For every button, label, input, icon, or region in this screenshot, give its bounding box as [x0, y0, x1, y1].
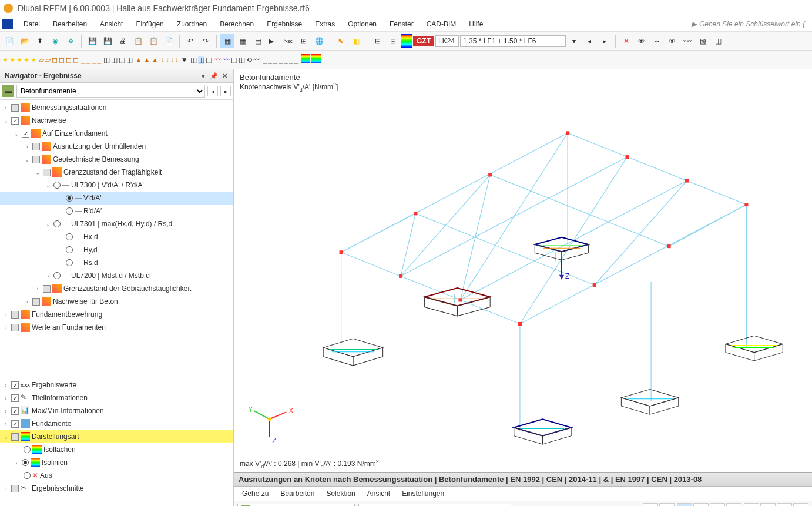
filter-icon[interactable]: ▼ — [181, 56, 188, 64]
tree-hyd[interactable]: — Hy,d — [0, 243, 233, 256]
nav-prev-button[interactable]: ◂ — [207, 86, 218, 96]
star3-icon[interactable]: ✦ — [16, 56, 22, 64]
expand-icon[interactable]: › — [2, 395, 9, 401]
dim-icon[interactable]: ↔ — [650, 34, 664, 48]
redo-icon[interactable]: ↷ — [199, 34, 213, 48]
radio[interactable] — [53, 182, 61, 189]
collapse-icon[interactable]: ⌄ — [2, 434, 9, 440]
checkbox[interactable] — [11, 394, 19, 402]
checkbox[interactable] — [11, 311, 19, 319]
grid-icon[interactable]: ⊞ — [297, 34, 311, 48]
tree-rda[interactable]: — R'd/A' — [0, 205, 233, 217]
filter-red-icon[interactable]: ✕ — [619, 34, 633, 48]
mem7-icon[interactable]: ⎯ — [294, 56, 298, 64]
mem4-icon[interactable]: ⎯ — [279, 56, 283, 64]
tree-bemessungssituationen[interactable]: › Bemessungssituationen — [0, 101, 233, 114]
collapse-icon[interactable]: ⌄ — [13, 130, 20, 137]
menu-datei[interactable]: Datei — [18, 18, 46, 30]
web-icon[interactable]: 🌐 — [312, 34, 326, 48]
collapse-icon[interactable]: ⌄ — [2, 118, 9, 124]
copy-icon[interactable]: 📋 — [131, 34, 145, 48]
view3-icon[interactable]: ◫ — [206, 56, 212, 64]
expand-icon[interactable]: › — [2, 408, 9, 414]
radio[interactable] — [66, 207, 73, 215]
new-icon[interactable]: 📄 — [2, 34, 16, 48]
bp-eye-icon[interactable]: 👁 — [710, 503, 725, 507]
expand-icon[interactable]: › — [2, 485, 9, 492]
checkbox[interactable] — [11, 407, 19, 415]
collapse-icon[interactable]: ⌄ — [45, 182, 52, 189]
panel3-icon[interactable]: ▤ — [251, 34, 265, 48]
shape1-icon[interactable]: ▱ — [39, 56, 44, 64]
tree-werte-fundamenten[interactable]: › Werte an Fundamenten — [0, 321, 233, 334]
sup3-icon[interactable]: ▲ — [152, 56, 159, 64]
radio[interactable] — [66, 246, 73, 253]
bp-grid2-icon[interactable]: ⊟ — [760, 503, 776, 507]
mem5-icon[interactable]: ⎯ — [284, 56, 288, 64]
bp-menu-bearbeiten[interactable]: Bearbeiten — [276, 488, 319, 499]
tree-isolinien[interactable]: › Isolinien — [0, 456, 233, 469]
load4-icon[interactable]: ↓ — [175, 56, 179, 64]
tree-ul7300[interactable]: ⌄ — UL7300 | V'd/A' / R'd/A' — [0, 179, 233, 192]
tree-fundamentbewehrung[interactable]: › Fundamentbewehrung — [0, 308, 233, 321]
bp-next-icon[interactable]: ▸ — [659, 503, 675, 507]
paste-icon[interactable]: 📋 — [146, 34, 160, 48]
menu-ergebnisse[interactable]: Ergebnisse — [261, 18, 308, 30]
tree-hxd[interactable]: — Hx,d — [0, 230, 233, 243]
nav-dropdown-icon[interactable]: ▾ — [199, 72, 207, 80]
bp-xxx-icon[interactable]: x.xx — [726, 503, 741, 507]
print-icon[interactable]: 🖨 — [116, 34, 130, 48]
beam1-icon[interactable]: ⎯ — [81, 56, 85, 64]
checkbox[interactable] — [11, 381, 19, 389]
bp-menu-einstellungen[interactable]: Einstellungen — [397, 488, 449, 499]
bp-prev-icon[interactable]: ◂ — [643, 503, 658, 507]
sec4-icon[interactable]: ◫ — [126, 56, 133, 64]
loadcase-name[interactable]: LK24 — [435, 35, 459, 47]
keyword-search[interactable]: ▶ Geben Sie ein Schlüsselwort ein ( — [692, 20, 810, 28]
result-type-selector[interactable]: Ausnutzungen an Knoten — [358, 504, 511, 507]
checkbox[interactable] — [11, 420, 19, 428]
expand-icon[interactable]: › — [2, 382, 9, 388]
checkbox[interactable] — [11, 104, 19, 112]
upload-icon[interactable]: ⬆ — [33, 34, 47, 48]
panel2-icon[interactable]: ▦ — [236, 34, 250, 48]
solid-icon[interactable]: ◫ — [711, 34, 725, 48]
console-icon[interactable]: ▶_ — [266, 34, 280, 48]
select-icon[interactable]: ⬉ — [334, 34, 348, 48]
bp-menu-ansicht[interactable]: Ansicht — [363, 488, 395, 499]
shape3-icon[interactable]: ◻ — [52, 56, 58, 64]
expand-icon[interactable]: › — [2, 311, 9, 318]
doc-icon[interactable]: 📄 — [162, 34, 176, 48]
tree-titelinfo[interactable]: › ✎ Titelinformationen — [0, 391, 233, 404]
save-icon[interactable]: 💾 — [85, 34, 99, 48]
radio[interactable] — [22, 459, 29, 466]
checkbox[interactable] — [43, 285, 51, 293]
res2-icon[interactable]: 〰 — [223, 56, 230, 64]
beam3-icon[interactable]: ⎯ — [92, 56, 96, 64]
radio[interactable] — [24, 446, 31, 453]
eye2-icon[interactable]: 👁 — [665, 34, 679, 48]
render-icon[interactable]: ▧ — [696, 34, 710, 48]
tree-aus[interactable]: ✕ Aus — [0, 469, 233, 482]
scale-icon[interactable] — [401, 34, 412, 48]
expand-icon[interactable]: › — [2, 324, 9, 331]
mem6-icon[interactable]: ⎯ — [289, 56, 293, 64]
expand-icon[interactable]: › — [24, 143, 31, 150]
expand-icon[interactable]: › — [24, 299, 31, 305]
viewport[interactable]: Betonfundamente Knotennachweis V'd/A' [N… — [234, 69, 812, 506]
tree-rsd[interactable]: — Rs,d — [0, 256, 233, 269]
checkbox[interactable] — [22, 130, 29, 138]
radio[interactable] — [53, 272, 61, 279]
expand-icon[interactable]: › — [2, 105, 9, 111]
menu-bearbeiten[interactable]: Bearbeiten — [47, 18, 93, 30]
menu-fenster[interactable]: Fenster — [384, 18, 420, 30]
checkbox[interactable] — [11, 117, 19, 125]
star4-icon[interactable]: ✦ — [24, 56, 29, 64]
res4-icon[interactable]: ◫ — [239, 56, 245, 64]
beam2-icon[interactable]: ⎯ — [86, 56, 90, 64]
bp-grid1-icon[interactable]: ⊞ — [744, 503, 759, 507]
bp-menu-selektion[interactable]: Selektion — [321, 488, 360, 499]
menu-ansicht[interactable]: Ansicht — [94, 18, 129, 30]
tree-ausnutzung[interactable]: › Ausnutzung der Umhüllenden — [0, 140, 233, 153]
res3-icon[interactable]: ◫ — [231, 56, 237, 64]
